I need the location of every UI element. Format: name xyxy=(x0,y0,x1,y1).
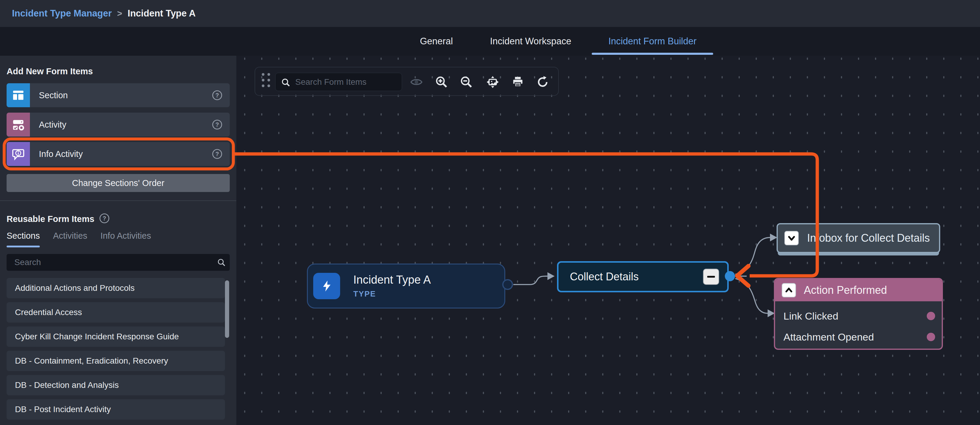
print-icon xyxy=(511,75,525,89)
canvas-toolbar xyxy=(255,67,559,96)
action-row-link-clicked[interactable]: Link Clicked xyxy=(775,305,942,326)
section-icon xyxy=(6,83,30,107)
svg-text:?: ? xyxy=(215,151,219,157)
zoom-in-icon xyxy=(435,75,449,89)
output-port[interactable] xyxy=(927,333,935,341)
tab-activities[interactable]: Activities xyxy=(53,231,87,246)
output-port[interactable] xyxy=(725,271,735,281)
node-action-performed[interactable]: Action Performed Link Clicked Attachment… xyxy=(774,278,943,350)
tab-incident-workspace[interactable]: Incident Workspace xyxy=(471,27,590,56)
node-title: Infobox for Collect Details xyxy=(807,232,930,244)
toggle-visibility-button[interactable] xyxy=(408,73,425,91)
activity-icon xyxy=(6,113,30,137)
node-title: Collect Details xyxy=(570,270,639,283)
lightning-icon xyxy=(313,273,340,299)
node-subtitle: TYPE xyxy=(353,289,431,299)
fit-view-button[interactable] xyxy=(484,73,501,91)
help-icon[interactable]: ? xyxy=(99,213,110,225)
sidebar-item-label: Section xyxy=(39,91,68,100)
output-port[interactable] xyxy=(502,279,513,290)
minus-icon xyxy=(707,276,715,278)
reusable-form-items-title: Reusable Form Items xyxy=(6,214,94,224)
refresh-button[interactable] xyxy=(534,73,551,91)
svg-text:?: ? xyxy=(215,121,219,128)
node-title: Action Performed xyxy=(804,284,887,297)
drag-handle-icon[interactable] xyxy=(262,73,271,91)
tab-group: General Incident Workspace Incident Form… xyxy=(401,27,715,56)
sidebar-scrollbar[interactable] xyxy=(225,280,229,338)
tab-info-activities[interactable]: Info Activities xyxy=(100,231,151,246)
change-sections-order-button[interactable]: Change Sections' Order xyxy=(6,174,230,192)
output-port[interactable] xyxy=(927,312,935,320)
zoom-out-icon xyxy=(460,75,473,89)
zoom-out-button[interactable] xyxy=(458,73,475,91)
svg-text:?: ? xyxy=(103,215,106,222)
sidebar-item-label: Info Activity xyxy=(39,149,83,159)
canvas-search-input[interactable] xyxy=(275,73,402,91)
breadcrumb-separator: > xyxy=(117,9,123,19)
sidebar: Add New Form Items Section ? Activity ? … xyxy=(0,56,236,425)
sidebar-divider xyxy=(0,200,236,201)
node-incident-type[interactable]: Incident Type A TYPE xyxy=(307,264,505,308)
list-item[interactable]: Additional Actions and Protocols xyxy=(6,278,225,298)
list-item[interactable]: Credential Access xyxy=(6,302,225,323)
eye-icon xyxy=(409,75,423,89)
fit-view-icon xyxy=(485,75,500,89)
list-item[interactable]: DB - Detection and Analysis xyxy=(6,375,225,395)
action-row-attachment-opened[interactable]: Attachment Opened xyxy=(775,326,942,347)
tab-sections[interactable]: Sections xyxy=(6,231,40,246)
help-icon[interactable]: ? xyxy=(212,90,223,102)
node-header: Action Performed xyxy=(775,279,942,301)
reusable-tabs: Sections Activities Info Activities xyxy=(6,231,151,246)
top-bar: Incident Type Manager > Incident Type A xyxy=(0,0,980,27)
help-icon[interactable]: ? xyxy=(212,149,223,161)
sidebar-item-activity[interactable]: Activity ? xyxy=(6,113,230,137)
tab-general[interactable]: General xyxy=(401,27,471,56)
page-tabs: General Incident Workspace Incident Form… xyxy=(0,27,980,56)
svg-text:?: ? xyxy=(215,92,219,99)
tab-incident-form-builder[interactable]: Incident Form Builder xyxy=(590,27,715,56)
print-button[interactable] xyxy=(509,73,527,91)
breadcrumb-root-link[interactable]: Incident Type Manager xyxy=(12,8,112,19)
sidebar-item-label: Activity xyxy=(39,120,67,130)
form-builder-canvas[interactable]: Incident Type A TYPE Collect Details Inf… xyxy=(236,56,980,425)
reusable-search-input[interactable] xyxy=(6,254,230,271)
sidebar-item-section[interactable]: Section ? xyxy=(6,83,230,107)
node-title: Incident Type A xyxy=(353,273,431,286)
help-icon[interactable]: ? xyxy=(212,119,223,131)
sidebar-item-info-activity[interactable]: Info Activity ? xyxy=(6,142,230,166)
chevron-down-icon xyxy=(784,231,799,245)
zoom-in-button[interactable] xyxy=(433,73,450,91)
add-new-form-items-title: Add New Form Items xyxy=(6,67,93,77)
collapse-button[interactable] xyxy=(703,268,719,285)
info-activity-icon xyxy=(6,142,30,166)
list-item[interactable]: DB - Containment, Eradication, Recovery xyxy=(6,351,225,371)
chevron-up-icon xyxy=(782,283,796,297)
breadcrumb-current: Incident Type A xyxy=(128,8,196,19)
node-collect-details[interactable]: Collect Details xyxy=(557,261,729,292)
node-infobox[interactable]: Infobox for Collect Details xyxy=(776,223,940,253)
row-label: Link Clicked xyxy=(783,310,838,322)
list-item[interactable]: Cyber Kill Change Incident Response Guid… xyxy=(6,326,225,347)
row-label: Attachment Opened xyxy=(783,331,874,343)
refresh-icon xyxy=(536,75,549,89)
list-item[interactable]: DB - Post Incident Activity xyxy=(6,399,225,420)
